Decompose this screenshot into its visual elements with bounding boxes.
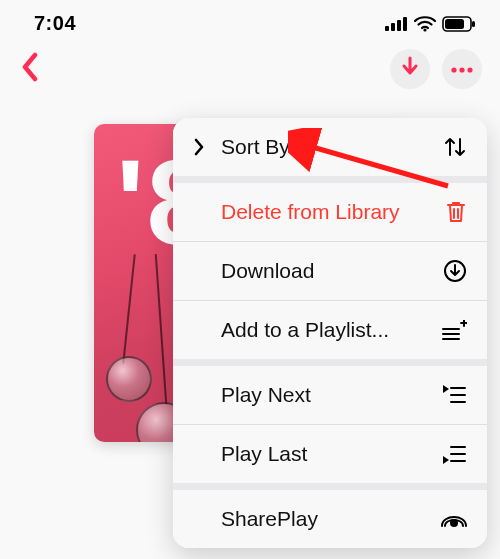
chevron-right-icon bbox=[193, 138, 207, 156]
shareplay-icon bbox=[441, 507, 467, 531]
svg-point-4 bbox=[423, 28, 426, 31]
back-button[interactable] bbox=[12, 51, 48, 87]
menu-item-label: Add to a Playlist... bbox=[221, 318, 389, 342]
svg-rect-6 bbox=[445, 19, 464, 29]
chevron-left-icon bbox=[20, 52, 40, 86]
download-all-button[interactable] bbox=[390, 49, 430, 89]
menu-delete-from-library[interactable]: Delete from Library bbox=[173, 183, 487, 242]
play-last-icon bbox=[441, 442, 467, 466]
ellipsis-icon bbox=[450, 60, 474, 78]
svg-rect-2 bbox=[397, 20, 401, 31]
status-indicators bbox=[385, 16, 476, 32]
svg-rect-3 bbox=[403, 17, 407, 31]
menu-download[interactable]: Download bbox=[173, 242, 487, 301]
menu-item-label: Download bbox=[221, 259, 314, 283]
menu-play-next[interactable]: Play Next bbox=[173, 366, 487, 425]
menu-item-label: Play Last bbox=[221, 442, 307, 466]
menu-shareplay[interactable]: SharePlay bbox=[173, 490, 487, 548]
trash-icon bbox=[441, 200, 467, 224]
svg-point-8 bbox=[451, 67, 456, 72]
menu-item-label: Delete from Library bbox=[221, 200, 400, 224]
svg-point-9 bbox=[459, 67, 464, 72]
more-button[interactable] bbox=[442, 49, 482, 89]
svg-rect-1 bbox=[391, 23, 395, 31]
menu-play-last[interactable]: Play Last bbox=[173, 425, 487, 490]
play-next-icon bbox=[441, 383, 467, 407]
cellular-icon bbox=[385, 17, 408, 31]
svg-point-10 bbox=[467, 67, 472, 72]
sort-icon bbox=[441, 135, 467, 159]
svg-rect-0 bbox=[385, 26, 389, 31]
add-to-playlist-icon bbox=[441, 318, 467, 342]
menu-item-label: SharePlay bbox=[221, 507, 318, 531]
menu-add-to-playlist[interactable]: Add to a Playlist... bbox=[173, 301, 487, 366]
download-icon bbox=[441, 259, 467, 283]
battery-icon bbox=[442, 16, 476, 32]
download-arrow-icon bbox=[400, 56, 420, 82]
svg-point-23 bbox=[450, 519, 458, 527]
context-menu: Sort By Delete from Library Download Add… bbox=[173, 118, 487, 548]
menu-sort-by[interactable]: Sort By bbox=[173, 118, 487, 183]
nav-bar bbox=[0, 41, 500, 89]
menu-item-label: Sort By bbox=[221, 135, 290, 159]
status-time: 7:04 bbox=[34, 12, 76, 35]
menu-item-label: Play Next bbox=[221, 383, 311, 407]
status-bar: 7:04 bbox=[0, 0, 500, 41]
wifi-icon bbox=[414, 16, 436, 32]
svg-rect-7 bbox=[472, 21, 475, 27]
